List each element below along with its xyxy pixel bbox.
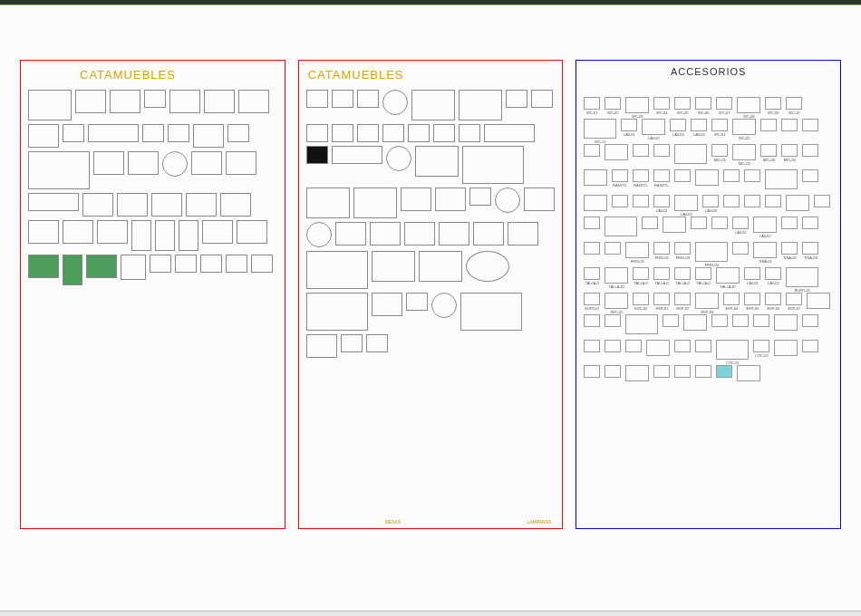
block-sofa-plan[interactable] [484, 124, 535, 142]
block-misc-plan[interactable] [406, 293, 428, 311]
block-seat-3[interactable] [306, 124, 328, 142]
block-tv[interactable] [306, 146, 328, 164]
block-living-plan[interactable] [459, 90, 502, 120]
block-round-8[interactable] [431, 293, 457, 318]
block-lamp[interactable] [200, 255, 222, 273]
block-frame[interactable] [28, 193, 79, 211]
accessory-block[interactable] [605, 314, 621, 327]
accessory-block[interactable] [674, 365, 691, 378]
accessory-block[interactable]: WC-11 [584, 119, 616, 139]
block-office[interactable] [93, 151, 124, 175]
accessory-block[interactable] [760, 119, 777, 131]
accessory-block[interactable]: TALLA-01 [584, 267, 600, 280]
accessory-block[interactable]: WC-05 [674, 97, 691, 110]
accessory-block[interactable] [653, 144, 670, 157]
block-desk-setup[interactable] [193, 124, 224, 148]
block-kitchen-corner[interactable] [28, 90, 72, 120]
accessory-block[interactable]: BANYO-03 [653, 169, 670, 182]
accessory-block[interactable] [584, 217, 600, 229]
accessory-block[interactable] [802, 340, 818, 352]
accessory-block[interactable] [695, 365, 711, 378]
accessory-block[interactable] [802, 144, 818, 157]
block-conference-long[interactable] [306, 251, 368, 289]
accessory-block[interactable]: TALLA-04 [653, 267, 670, 280]
accessory-block[interactable]: BURO-02 [584, 293, 600, 305]
block-bed-single-2[interactable] [186, 193, 217, 217]
block-seat-9[interactable] [459, 124, 480, 142]
block-table-4[interactable] [435, 188, 466, 211]
block-oval-big[interactable] [306, 293, 368, 331]
accessory-block[interactable] [605, 217, 637, 236]
block-bed-double-2[interactable] [28, 220, 59, 244]
block-dining-sq[interactable] [508, 222, 538, 245]
accessory-block[interactable]: WC-02 [605, 97, 621, 110]
accessory-block[interactable] [625, 365, 649, 381]
accessory-block[interactable]: ESP-06 [765, 293, 781, 305]
accessory-block[interactable] [584, 242, 600, 255]
block-living-set[interactable] [28, 151, 90, 189]
accessory-block[interactable]: WC-01 [584, 97, 600, 110]
block-misc[interactable] [175, 255, 197, 273]
accessory-block[interactable]: MIC-03 [760, 144, 777, 157]
block-coffee-table[interactable] [386, 146, 411, 171]
block-desk[interactable] [110, 90, 140, 113]
block-seat-8[interactable] [433, 124, 455, 142]
accessory-block[interactable]: COC-01 [716, 340, 749, 360]
accessory-block[interactable] [633, 195, 649, 207]
accessory-block[interactable]: LAV-02 [765, 267, 781, 280]
accessory-block[interactable] [781, 217, 798, 229]
accessory-block[interactable] [786, 195, 809, 211]
accessory-block[interactable] [814, 195, 830, 207]
block-wardrobe-3[interactable] [179, 220, 198, 251]
accessory-block[interactable] [732, 314, 749, 327]
accessory-block[interactable] [674, 144, 707, 164]
accessory-block[interactable]: WC-03 [625, 97, 649, 113]
accessory-block[interactable]: LAV-03 [702, 195, 719, 207]
accessory-block[interactable]: LAV-01 [744, 267, 760, 280]
accessory-block[interactable] [605, 365, 621, 378]
accessory-block[interactable]: ESP-01 [653, 293, 670, 305]
block-box-small[interactable] [366, 334, 388, 352]
accessory-block[interactable] [612, 195, 628, 207]
block-round-4[interactable] [495, 188, 520, 213]
block-bed-double[interactable] [220, 193, 251, 217]
accessory-block[interactable] [737, 365, 760, 381]
accessory-block[interactable] [765, 169, 798, 189]
accessory-block[interactable] [663, 314, 679, 327]
accessory-block[interactable] [653, 365, 670, 378]
accessory-block[interactable] [584, 195, 607, 211]
block-livingroom[interactable] [415, 146, 459, 177]
accessory-block[interactable] [633, 144, 649, 157]
accessory-block[interactable]: LAV-02 [674, 195, 698, 211]
block-wardrobe-2[interactable] [155, 220, 175, 251]
accessory-block[interactable]: WC-01 [711, 119, 728, 131]
block-bed[interactable] [191, 151, 222, 175]
block-keyboard[interactable] [88, 124, 139, 142]
accessory-block[interactable]: TINA-03 [802, 242, 818, 255]
accessory-block[interactable] [732, 242, 749, 255]
accessory-block[interactable]: LAV-01 [732, 217, 749, 229]
block-seat-2[interactable] [531, 90, 553, 108]
block-sofa[interactable] [169, 90, 200, 113]
accessory-block[interactable] [663, 217, 686, 233]
accessory-block[interactable] [605, 340, 621, 352]
accessory-block[interactable] [605, 242, 621, 255]
block-monitor[interactable] [238, 90, 269, 113]
accessory-block[interactable]: WC-02 [732, 119, 756, 135]
accessory-block[interactable] [674, 169, 691, 182]
block-pool-3[interactable] [86, 255, 117, 278]
block-table-6[interactable] [524, 188, 555, 211]
accessory-block[interactable]: LAV-04 [691, 119, 707, 131]
accessory-block[interactable]: LAV-01 [621, 119, 637, 131]
accessory-block[interactable] [695, 340, 711, 352]
block-round-6[interactable] [306, 222, 332, 247]
block-dining-4[interactable] [370, 222, 401, 245]
accessory-block[interactable]: TALLA-07 [716, 267, 740, 284]
block-dining-10[interactable] [473, 222, 504, 245]
block-mask[interactable] [251, 255, 273, 273]
block-seat-7[interactable] [408, 124, 430, 142]
block-loveseat[interactable] [401, 188, 431, 211]
accessory-block[interactable] [802, 169, 818, 182]
block-piano[interactable] [121, 255, 146, 280]
accessory-block[interactable]: MIC-04 [781, 144, 798, 157]
